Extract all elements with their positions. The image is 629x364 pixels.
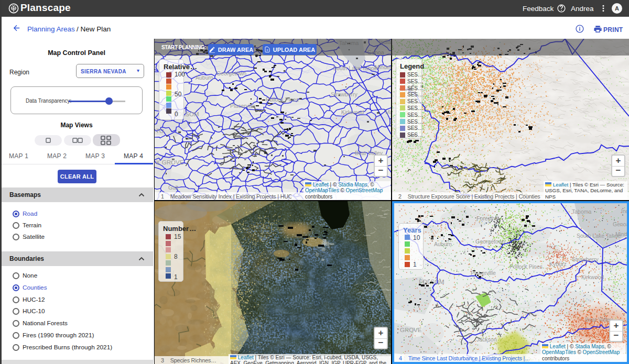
svg-text:Mark: Mark [385,109,391,115]
svg-text:Kirkwood: Kirkwood [341,109,364,115]
svg-text:Tahoma: Tahoma [572,208,592,215]
svg-text:Galt: Galt [168,184,178,191]
svg-text:TO: TO [156,128,164,134]
svg-text:Georgetown: Georgetown [475,238,505,245]
svg-text:Strawberry: Strawberry [572,256,599,262]
svg-text:K GROVE: K GROVE [156,159,184,166]
svg-text:Minden: Minden [375,64,391,70]
svg-text:GROVE: GROVE [400,327,422,333]
svg-text:South Lake Tahoe: South Lake Tahoe [577,233,621,239]
svg-text:Minden: Minden [615,231,627,237]
svg-text:Pollock Pines: Pollock Pines [509,263,543,270]
svg-text:Foresthill: Foresthill [476,215,499,222]
svg-text:Kirkwood: Kirkwood [581,274,604,280]
svg-text:Placerville: Placerville [471,270,496,276]
svg-text:Auburn: Auburn [196,74,213,81]
svg-text:India: India [621,208,627,214]
svg-text:FOLSOM: FOLSOM [419,279,444,285]
svg-text:Auburn: Auburn [434,241,452,247]
svg-text:Georgetown: Georgetown [216,70,246,76]
svg-text:South Lake Tahoe: South Lake Tahoe [333,65,377,71]
svg-text:Jackson: Jackson [476,336,497,343]
svg-text:Kyburz: Kyburz [549,261,567,267]
svg-text:Genoa: Genoa [613,221,627,227]
svg-text:Pollock Pines: Pollock Pines [266,96,299,103]
svg-text:Placerville: Placerville [230,103,255,109]
svg-text:Strawberry: Strawberry [331,91,358,97]
